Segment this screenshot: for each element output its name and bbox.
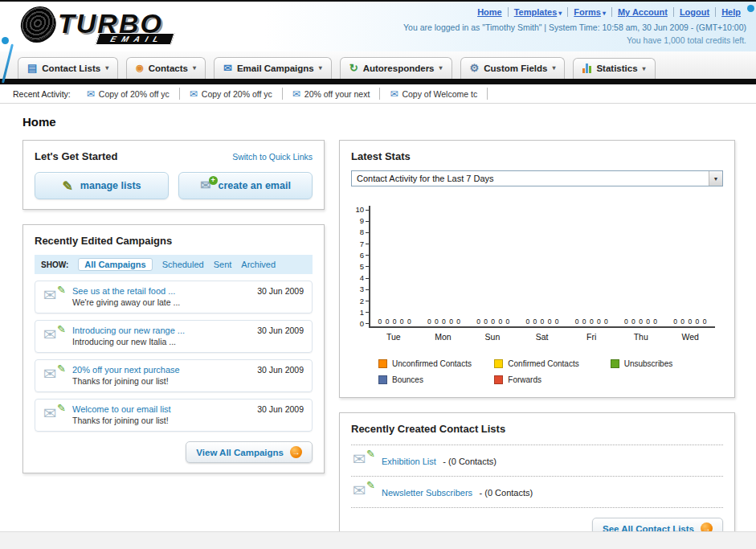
legend-swatch [378, 359, 387, 368]
panel-title: Latest Stats [351, 150, 723, 162]
chevron-down-icon: ▾ [603, 7, 606, 19]
stats-period-select[interactable]: Contact Activity for the Last 7 Days ▼ [351, 170, 723, 186]
main-nav: ▤ Contact Lists ▾ ◉ Contacts ▾ ✉ Email C… [0, 51, 756, 79]
create-email-button[interactable]: ✉ + create an email [178, 172, 313, 199]
recent-activity-item[interactable]: ✉ Copy of 20% off yc [77, 88, 180, 100]
contact-list-link[interactable]: Exhibition List [382, 457, 436, 466]
logo-subtitle: EMAIL [95, 33, 174, 45]
switch-quick-links-link[interactable]: Switch to Quick Links [232, 152, 313, 162]
main-content: Home Let's Get Started Switch to Quick L… [0, 104, 756, 549]
legend-item: Unconfirmed Contacts [378, 359, 488, 368]
campaign-list-item[interactable]: ✉ ✎ See us at the retail food ... We're … [35, 281, 313, 313]
recent-activity-label: Recent Activity: [13, 89, 71, 99]
contact-activity-chart: 10 9 8 7 6 5 4 3 2 1 0 0 0 0 0 [351, 206, 723, 328]
zero-values: 0 0 0 0 0 [567, 318, 616, 326]
legend-item: Confirmed Contacts [494, 359, 603, 368]
y-tick-label: 6 [360, 252, 369, 260]
tab-archived[interactable]: Archived [241, 260, 276, 269]
x-tick-label: Sat [517, 332, 567, 342]
top-link-help[interactable]: Help [715, 7, 746, 17]
chevron-down-icon: ▾ [105, 64, 108, 72]
app-logo: TURBO EMAIL [21, 6, 171, 40]
recent-activity-item[interactable]: ✉ 20% off your next [283, 88, 381, 100]
envelope-plus-icon: ✉ + [200, 179, 210, 192]
top-link-forms[interactable]: Forms▾ [567, 7, 611, 17]
zero-values: 0 0 0 0 0 [518, 318, 567, 326]
top-link-home[interactable]: Home [472, 7, 508, 17]
legend-swatch [494, 375, 503, 384]
contact-lists-icon: ▤ [27, 63, 37, 73]
y-tick-label: 5 [360, 263, 369, 271]
zero-values: 0 0 0 0 0 [616, 318, 665, 326]
recent-activity-item[interactable]: ✉ Copy of Welcome tc [380, 88, 488, 100]
campaign-date: 30 Jun 2009 [257, 326, 304, 335]
contacts-icon: ◉ [136, 63, 144, 73]
chevron-down-icon: ▾ [439, 64, 443, 72]
content-columns: Let's Get Started Switch to Quick Links … [22, 140, 735, 549]
tab-all-campaigns[interactable]: All Campaigns [78, 258, 152, 271]
tab-scheduled[interactable]: Scheduled [162, 260, 204, 269]
campaign-edit-icon: ✉ ✎ [43, 327, 64, 345]
top-link-my-account[interactable]: My Account [611, 7, 673, 17]
campaign-title-link[interactable]: Introducing our new range ... [72, 325, 249, 336]
top-link-logout[interactable]: Logout [673, 7, 715, 17]
manage-lists-button[interactable]: ✎ manage lists [35, 172, 169, 199]
stats-period-value: Contact Activity for the Last 7 Days [357, 174, 494, 183]
select-arrow-icon[interactable]: ▼ [709, 171, 722, 186]
campaign-edit-icon: ✉ ✎ [43, 288, 64, 305]
campaign-date: 30 Jun 2009 [257, 286, 304, 296]
y-tick-label: 9 [360, 217, 369, 225]
decor-blue-dot [747, 5, 754, 12]
contact-list-link[interactable]: Newsletter Subscribers [382, 488, 472, 498]
list-edit-icon: ✉ ✎ [353, 452, 374, 469]
zero-values: 0 0 0 0 0 [469, 318, 518, 326]
recent-campaigns-panel: Recently Edited Campaigns SHOW: All Camp… [22, 224, 325, 473]
tab-sent[interactable]: Sent [214, 260, 232, 269]
y-tick-label: 1 [360, 309, 369, 317]
chevron-down-icon: ▾ [558, 7, 562, 19]
campaign-subtitle: Introducing our new Italia ... [72, 336, 249, 347]
top-header: TURBO EMAIL HomeTemplates▾Forms▾My Accou… [0, 2, 756, 51]
campaign-title-link[interactable]: 20% off your next purchase [72, 364, 249, 375]
x-tick-label: Thu [616, 332, 666, 342]
right-column: Latest Stats Contact Activity for the La… [339, 140, 735, 549]
chart-y-axis: 10 9 8 7 6 5 4 3 2 1 0 [351, 206, 369, 328]
campaign-title-link[interactable]: See us at the retail food ... [72, 285, 249, 297]
contact-lists: ✉ ✎ Exhibition List - (0 Contacts) ✉ ✎ [351, 445, 723, 508]
nav-tab-email-campaigns[interactable]: ✉ Email Campaigns ▾ [214, 57, 332, 79]
contact-list-count: - (0 Contacts) [480, 488, 533, 498]
latest-stats-panel: Latest Stats Contact Activity for the La… [339, 140, 735, 398]
recent-contact-lists-panel: Recently Created Contact Lists ✉ ✎ Exhib… [339, 412, 735, 549]
legend-swatch [378, 375, 387, 384]
campaign-list-item[interactable]: ✉ ✎ Introducing our new range ... Introd… [35, 320, 313, 353]
contact-list-item[interactable]: ✉ ✎ Exhibition List - (0 Contacts) [351, 445, 723, 476]
chevron-down-icon: ▾ [643, 65, 646, 72]
view-all-campaigns-button[interactable]: View All Campaigns → [186, 441, 313, 463]
nav-tab-statistics[interactable]: Statistics ▾ [573, 58, 655, 79]
x-tick-label: Wed [665, 332, 715, 342]
envelope-icon: ✉ [390, 89, 398, 99]
nav-tab-contacts[interactable]: ◉ Contacts ▾ [126, 57, 206, 79]
legend-swatch [494, 359, 503, 368]
nav-tab-custom-fields[interactable]: ⚙ Custom Fields ▾ [460, 57, 566, 79]
panel-title: Recently Created Contact Lists [351, 423, 723, 435]
get-started-header: Let's Get Started Switch to Quick Links [35, 150, 313, 162]
nav-divider-bar [0, 79, 756, 84]
page-title: Home [22, 115, 735, 129]
chart-x-axis: Tue Mon Sun Sat Fri Thu Wed [369, 332, 723, 342]
zero-values: 0 0 0 0 0 [370, 318, 419, 326]
get-started-panel: Let's Get Started Switch to Quick Links … [22, 140, 325, 210]
nav-tab-contact-lists[interactable]: ▤ Contact Lists ▾ [18, 57, 118, 79]
recent-activity-item[interactable]: ✉ Copy of 20% off yc [180, 88, 283, 100]
nav-tab-autoresponders[interactable]: ↻ Autoresponders ▾ [340, 57, 452, 79]
contact-list-item[interactable]: ✉ ✎ Newsletter Subscribers - (0 Contacts… [351, 476, 723, 508]
logo-text: TURBO EMAIL [58, 9, 171, 38]
campaign-subtitle: Thanks for joining our list! [72, 415, 249, 426]
campaign-list-item[interactable]: ✉ ✎ 20% off your next purchase Thanks fo… [35, 359, 313, 392]
envelope-icon: ✉ [292, 89, 300, 99]
top-link-templates[interactable]: Templates▾ [508, 7, 568, 17]
campaign-title-link[interactable]: Welcome to our email list [72, 404, 249, 415]
campaign-list-item[interactable]: ✉ ✎ Welcome to our email list Thanks for… [35, 399, 313, 432]
show-label: SHOW: [41, 260, 68, 269]
get-started-buttons: ✎ manage lists ✉ + create an email [35, 172, 313, 199]
